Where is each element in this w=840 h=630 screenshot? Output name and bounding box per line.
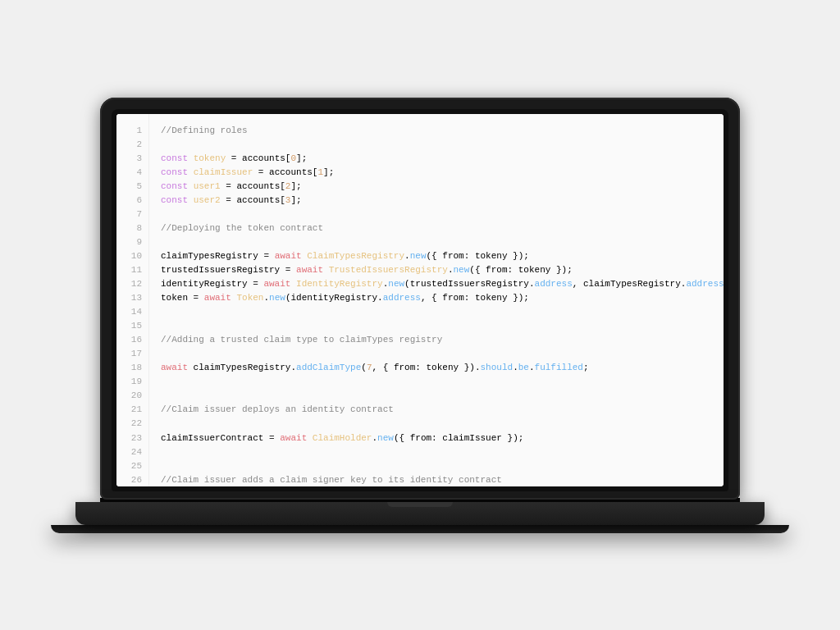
line-number: 23 [126, 431, 142, 445]
line-number: 24 [126, 445, 142, 459]
line-number: 3 [126, 152, 142, 166]
laptop-scene: 1234567891011121314151617181920212223242… [84, 36, 756, 594]
line-number: 8 [126, 221, 142, 235]
code-line: //Deploying the token contract [161, 221, 714, 235]
code-line: identityRegistry = await IdentityRegistr… [161, 277, 714, 291]
code-line: const user2 = accounts[3]; [161, 194, 714, 208]
code-line: //Defining roles [161, 124, 714, 138]
code-line [161, 417, 714, 431]
code-line [161, 138, 714, 152]
line-number: 22 [126, 417, 142, 431]
line-number: 17 [126, 347, 142, 361]
code-line: claimTypesRegistry = await ClaimTypesReg… [161, 249, 714, 263]
code-line [161, 347, 714, 361]
code-line [161, 459, 714, 473]
line-number: 6 [126, 194, 142, 208]
line-number: 7 [126, 208, 142, 221]
code-line: claimIssuerContract = await ClaimHolder.… [161, 431, 714, 445]
code-line [161, 445, 714, 459]
line-number: 12 [126, 277, 142, 291]
line-number: 1 [126, 124, 142, 138]
code-line: //Claim issuer deploys an identity contr… [161, 403, 714, 417]
code-line [161, 389, 714, 403]
line-numbers: 1234567891011121314151617181920212223242… [116, 114, 149, 486]
line-number: 19 [126, 375, 142, 389]
line-number: 10 [126, 249, 142, 263]
laptop-lid: 1234567891011121314151617181920212223242… [100, 98, 740, 500]
code-line: await claimTypesRegistry.addClaimType(7,… [161, 361, 714, 375]
line-number: 13 [126, 291, 142, 305]
code-editor: 1234567891011121314151617181920212223242… [116, 114, 724, 486]
code-line: const user1 = accounts[2]; [161, 180, 714, 194]
line-number: 26 [126, 473, 142, 486]
code-line [161, 375, 714, 389]
code-line: token = await Token.new(identityRegistry… [161, 291, 714, 305]
trackpad-notch [387, 502, 453, 507]
line-number: 25 [126, 459, 142, 473]
line-number: 9 [126, 235, 142, 249]
code-line [161, 208, 714, 221]
code-area: //Defining roles const tokeny = accounts… [149, 114, 724, 486]
line-number: 21 [126, 403, 142, 417]
line-number: 20 [126, 389, 142, 403]
code-line: const claimIssuer = accounts[1]; [161, 166, 714, 180]
code-line: trustedIssuersRegistry = await TrustedIs… [161, 263, 714, 277]
laptop-bottom-edge [51, 525, 789, 533]
screen-content: 1234567891011121314151617181920212223242… [116, 114, 724, 486]
code-line: const tokeny = accounts[0]; [161, 152, 714, 166]
line-number: 16 [126, 333, 142, 347]
code-line [161, 319, 714, 333]
line-number: 11 [126, 263, 142, 277]
code-line [161, 305, 714, 319]
line-number: 14 [126, 305, 142, 319]
line-number: 15 [126, 319, 142, 333]
line-number: 18 [126, 361, 142, 375]
line-number: 5 [126, 180, 142, 194]
line-number: 2 [126, 138, 142, 152]
code-line: //Claim issuer adds a claim signer key t… [161, 473, 714, 486]
code-line [161, 235, 714, 249]
code-line: //Adding a trusted claim type to claimTy… [161, 333, 714, 347]
laptop-base [75, 502, 765, 525]
line-number: 4 [126, 166, 142, 180]
screen-bezel: 1234567891011121314151617181920212223242… [112, 109, 728, 491]
